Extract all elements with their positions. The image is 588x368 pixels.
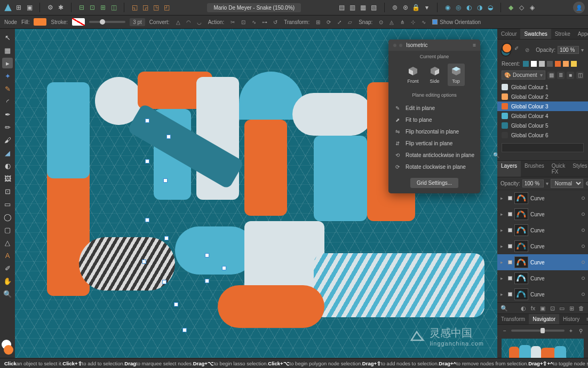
stroke-width-slider[interactable] [89,21,125,23]
show-orientation-checkbox[interactable]: Show Orientation [432,19,481,25]
tab-history[interactable]: History [559,314,583,324]
order-forward-icon[interactable]: ◳ [151,3,161,12]
insert-behind-icon[interactable]: ◈ [528,3,537,12]
swatch-search-input[interactable] [502,143,584,152]
tab-quickfx[interactable]: Quick FX [548,161,569,177]
recent-swatch[interactable] [531,61,537,67]
tab-swatches[interactable]: Swatches [520,29,551,39]
transform-skew-icon[interactable]: ▱ [346,18,354,26]
iso-panel-menu-icon[interactable]: ≡ [473,42,476,48]
convert-smart-icon[interactable]: ◡ [195,18,204,26]
delete-layer-icon[interactable]: 🗑 [577,304,585,312]
crop-layer-icon[interactable]: ⊡ [549,304,556,312]
tab-transform[interactable]: Transform [497,314,529,324]
action-join-icon[interactable]: ⊶ [260,18,269,26]
persona-grid-icon[interactable]: ⊞ [14,3,23,12]
tab-layers[interactable]: Layers [497,161,521,177]
swatch-view-grid-icon[interactable]: ▦ [547,72,555,79]
swatch-view-list-icon[interactable]: ≣ [557,72,565,79]
global-colour-row[interactable]: Global Colour 1 [497,82,588,92]
bool-int-icon[interactable]: ◐ [464,3,474,12]
doc-settings-icon[interactable]: ⚙ [45,3,55,12]
persona-export-icon[interactable]: ▣ [25,3,34,12]
layer-row[interactable]: ▸ Curve [497,254,588,270]
hand-tool-icon[interactable]: ✋ [2,276,13,286]
close-dot-icon[interactable] [393,43,397,48]
account-icon[interactable]: 👤 [573,2,585,13]
align-h4-icon[interactable]: ◫ [109,3,118,12]
snap-toggle-icon[interactable]: ⊚ [390,3,400,12]
plane-side-button[interactable]: Side [426,64,443,86]
fill-swatch[interactable] [34,18,46,26]
align-center-icon[interactable]: ▥ [348,3,357,12]
align-h2-icon[interactable]: ⊡ [88,3,97,12]
blend-mode-select[interactable]: Normal [551,179,583,188]
none-swatch-icon[interactable]: ⊘ [525,47,529,53]
contour-tool-icon[interactable]: ✎ [2,83,13,94]
app-logo-icon[interactable] [3,3,13,12]
distribute-icon[interactable]: ▧ [369,3,379,12]
global-colour-row[interactable]: Global Colour 4 [497,111,588,121]
eyedropper-tool-icon[interactable]: ✐ [2,263,13,273]
grid-settings-button[interactable]: Grid Settings... [410,178,458,188]
expand-icon[interactable]: ▸ [500,228,506,233]
rounded-rect-tool-icon[interactable]: ▢ [2,224,13,235]
artboard-tool-icon[interactable]: ▦ [2,45,13,56]
transform-scale-icon[interactable]: ⤢ [335,18,344,26]
zoom-slider[interactable] [511,330,565,332]
snap-curves-icon[interactable]: ∿ [419,18,428,26]
layer-opacity-input[interactable] [522,179,544,187]
layer-search-icon[interactable]: 🔍 [500,304,508,312]
add-layer-icon[interactable]: ⊞ [568,304,575,312]
zoom-out-icon[interactable]: − [502,327,508,334]
snap-geom-icon[interactable]: ◬ [387,18,396,26]
expand-icon[interactable]: ▸ [500,276,506,281]
align-h1-icon[interactable]: ⊟ [77,3,86,12]
layer-tag-dot[interactable] [582,293,585,296]
expand-icon[interactable]: ▸ [500,260,506,265]
triangle-tool-icon[interactable]: △ [2,237,13,248]
global-colour-row[interactable]: Global Colour 3 [497,101,588,111]
swatch-fg-bg[interactable] [502,43,511,57]
visibility-checkbox[interactable] [508,292,512,296]
mask-icon[interactable]: ▣ [539,304,546,312]
layer-tag-dot[interactable] [582,277,585,280]
swatch-document-select[interactable]: 🎨 Document ▾ [502,71,545,80]
fx-icon[interactable]: fx [529,304,537,312]
prefs-icon[interactable]: ✱ [56,3,66,12]
action-break-icon[interactable]: ✂ [228,18,237,26]
action-reverse-icon[interactable]: ↺ [271,18,280,26]
recent-swatch[interactable] [555,61,561,67]
visibility-checkbox[interactable] [508,260,512,264]
visibility-checkbox[interactable] [508,244,512,248]
point-transform-tool-icon[interactable]: ✦ [2,71,13,81]
visibility-checkbox[interactable] [508,276,512,280]
tab-colour[interactable]: Colour [497,29,520,39]
layer-opacity-dropdown-icon[interactable]: ▾ [546,181,549,186]
text-tool-icon[interactable]: A [2,250,13,261]
plane-top-button[interactable]: Top [448,64,465,86]
tab-appearance[interactable]: Appearance [574,29,588,39]
tab-stroke[interactable]: Stroke [551,29,574,39]
bool-sub-icon[interactable]: ◎ [454,3,463,12]
swatch-add-icon[interactable]: ■ [567,72,574,79]
convert-sharp-icon[interactable]: △ [174,18,182,26]
expand-icon[interactable]: ▸ [500,195,506,201]
eyedropper-icon[interactable]: ✐ [514,45,520,54]
layer-row[interactable]: ▸ Curve [497,206,588,222]
transparency-tool-icon[interactable]: ◐ [2,160,13,171]
snap-handles-icon[interactable]: ⋔ [398,18,407,26]
zoom-in-icon[interactable]: + [568,327,574,334]
transform-rotate-icon[interactable]: ⟳ [324,18,333,26]
bool-div-icon[interactable]: ◒ [486,3,495,12]
iso-edit-in-plane[interactable]: ✎Edit in plane [388,102,480,114]
layer-row[interactable]: ▸ Curve [497,190,588,206]
recent-swatch[interactable] [563,61,569,67]
layer-tag-dot[interactable] [582,213,585,216]
transform-move-icon[interactable]: ⊞ [314,18,322,26]
global-colour-row[interactable]: Global Colour 6 [497,130,588,140]
align-h3-icon[interactable]: ⊞ [98,3,108,12]
color-selector[interactable] [2,340,13,355]
global-colour-row[interactable]: Global Colour 2 [497,92,588,101]
adjustment-icon[interactable]: ◐ [520,304,527,312]
